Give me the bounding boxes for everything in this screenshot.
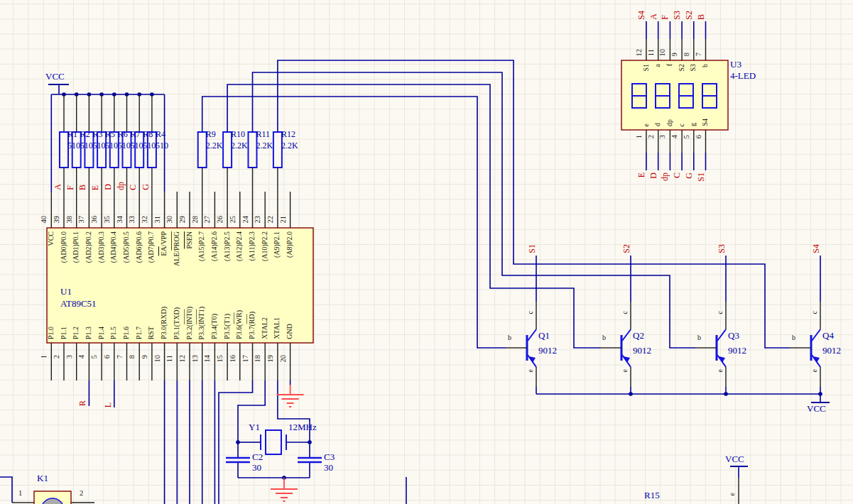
- resistor-ref: R9: [206, 130, 216, 138]
- net-label-digit: S4: [812, 244, 820, 253]
- u1-pin-number: 33: [129, 216, 136, 224]
- crystal-body[interactable]: [266, 430, 281, 454]
- u1-pin-name: P1.5: [110, 327, 117, 339]
- resistor-value: 2.2K: [256, 141, 273, 150]
- transistor-collector-arm: [528, 329, 536, 341]
- c2-value: 30: [252, 463, 261, 472]
- base-letter: b: [508, 334, 511, 341]
- junction-dot: [236, 440, 240, 444]
- u1-pin-number: 18: [254, 355, 262, 363]
- u1-pin-number: 15: [217, 355, 224, 363]
- resistor-ref: R8: [143, 130, 153, 138]
- u1-pin-name: P3.2(INT0): [186, 307, 193, 339]
- resistor-value: 510: [80, 141, 93, 150]
- u1-pin-number: 10: [154, 355, 162, 363]
- transistor-part: 9012: [728, 346, 746, 355]
- u1-pin-name: P1.6: [123, 327, 130, 339]
- junction-dot: [629, 392, 633, 396]
- schematic-canvas: U1 AT89C51 U3 4-LED Y1 12MHz C2 30 C3 30…: [0, 0, 853, 504]
- resistor-ref: R3: [92, 130, 102, 138]
- u1-pin-name: (A11)P2.3: [249, 231, 256, 261]
- u1-pin-number: 3: [66, 355, 74, 358]
- u1-pin-name: P3.1(TXD): [173, 307, 180, 339]
- u1-pin-number: 4: [78, 355, 86, 358]
- net-label-segment: dp: [116, 182, 125, 190]
- r15-ref: R15: [644, 491, 660, 500]
- u1-pin-number: 12: [179, 355, 187, 363]
- u1-pin-name: (A12)P2.4: [236, 231, 243, 261]
- resistor-value: 2.2K: [206, 141, 223, 150]
- wire[interactable]: [0, 477, 12, 503]
- u3-pin-number: 11: [648, 49, 656, 56]
- vcc-power-port-label: VCC: [45, 72, 65, 81]
- u1-pin-name: P3.0(RXD): [161, 307, 168, 339]
- resistor-ref: R7: [131, 130, 141, 138]
- net-label-segment: C: [129, 185, 137, 190]
- u1-pin-number: 27: [204, 216, 212, 224]
- wire-xtal1[interactable]: [278, 380, 310, 458]
- u3-pin-number: 12: [636, 49, 643, 57]
- u3-pin-number: 7: [695, 53, 703, 56]
- u1-pin-number: 29: [179, 216, 187, 224]
- k1-ref: K1: [37, 473, 48, 483]
- junction-dot: [724, 392, 728, 396]
- u1-pin-number: 19: [267, 355, 275, 363]
- u1-pin-number: 30: [166, 216, 174, 224]
- resistor-ref: R4: [156, 130, 165, 138]
- net-label-r: R: [78, 400, 87, 406]
- u1-pin-number: 32: [141, 216, 149, 224]
- transistor-collector-arm: [812, 329, 820, 341]
- u1-pin-number: 8: [129, 355, 136, 358]
- junction-dot: [308, 440, 312, 444]
- net-label-l: L: [104, 402, 112, 407]
- collector-letter: c: [527, 311, 534, 314]
- u3-pin-number: 2: [648, 135, 656, 138]
- transistor-ref: Q3: [728, 331, 739, 340]
- transistor-ref: Q2: [633, 331, 644, 340]
- u1-pin-number: 7: [116, 355, 124, 358]
- u1-pin-number: 5: [91, 355, 99, 358]
- u1-pin-name: P1.2: [72, 327, 80, 339]
- c3-ref: C3: [324, 452, 335, 461]
- u3-ref: U3: [730, 60, 741, 69]
- u1-pin-number: 14: [204, 355, 212, 363]
- base-letter: b: [792, 334, 795, 341]
- transistor-ref: Q1: [538, 331, 550, 340]
- u1-pin-name: VCC: [48, 231, 55, 246]
- u1-pin-name: EA/VPP: [161, 231, 168, 256]
- resistor-value: 510: [156, 141, 168, 150]
- net-label-digit: S1: [528, 244, 536, 253]
- u1-pin-name: P1.1: [60, 327, 67, 339]
- resistor-value: 2.2K: [231, 141, 248, 150]
- net-label-segment: D: [104, 184, 112, 190]
- net-label: S3: [673, 11, 681, 20]
- u1-pin-name: P3.7(RD): [249, 312, 256, 339]
- u1-pin-name: (AD2)P0.2: [85, 231, 92, 263]
- collector-letter: c: [621, 311, 629, 314]
- resistor-ref: R12: [281, 130, 295, 138]
- u3-pin-name: c: [678, 124, 685, 126]
- net-label: B: [697, 14, 705, 20]
- net-label: A: [649, 13, 658, 20]
- u1-pin-name: (AD0)P0.0: [60, 231, 67, 263]
- u1-pin-number: 13: [192, 355, 200, 363]
- u3-pin-name: d: [654, 123, 661, 126]
- c3-value: 30: [324, 463, 333, 472]
- resistor-value: 2.2K: [281, 141, 298, 150]
- emitter-letter: e: [527, 369, 534, 372]
- u3-pin-name: dp: [666, 119, 673, 126]
- vcc-power-port-right-label: VCC: [807, 404, 826, 413]
- u1-pin-number: 39: [53, 216, 61, 224]
- resistor-value: 510: [118, 141, 131, 150]
- u1-pin-number: 38: [66, 216, 74, 224]
- emitter-letter: e: [621, 369, 629, 372]
- u3-pin-name: S3: [690, 64, 697, 72]
- u1-pin-number: 23: [254, 216, 262, 224]
- u1-ref: U1: [60, 287, 72, 296]
- resistor-value: 510: [105, 141, 118, 150]
- u1-pin-number: 17: [242, 355, 250, 363]
- u3-pin-number: 1: [636, 135, 643, 138]
- u3-pin-number: 8: [683, 53, 691, 56]
- u1-pin-name: RST: [148, 327, 155, 339]
- u1-pin-number: 26: [217, 216, 224, 224]
